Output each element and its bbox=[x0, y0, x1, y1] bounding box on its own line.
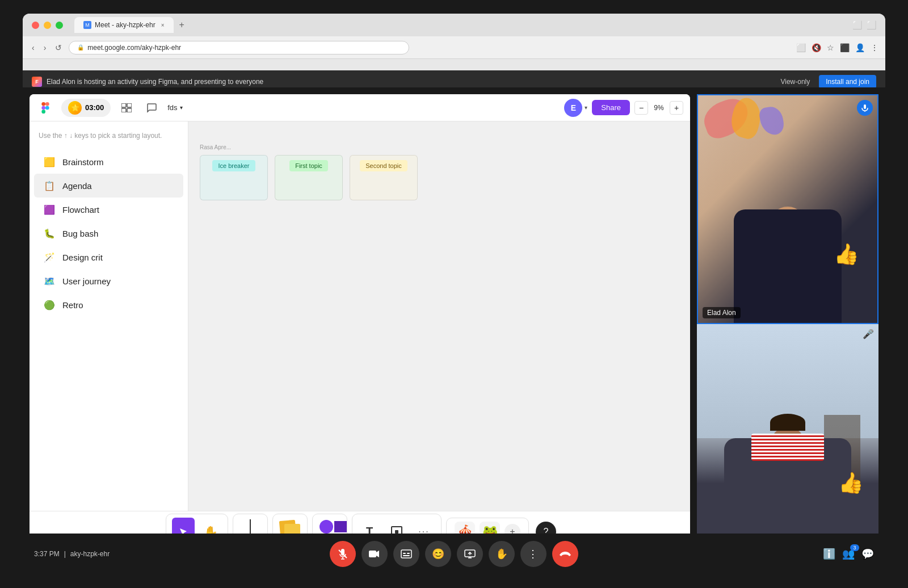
retro-icon: 🟢 bbox=[43, 299, 56, 311]
user-journey-icon: 🗺️ bbox=[43, 275, 56, 287]
svg-rect-12 bbox=[864, 104, 866, 109]
flowchart-icon: 🟪 bbox=[43, 203, 56, 216]
zoom-out-button[interactable]: − bbox=[634, 101, 648, 115]
svg-rect-8 bbox=[127, 108, 132, 112]
meeting-time: 3:37 PM bbox=[34, 550, 60, 558]
zoom-value: 9% bbox=[650, 104, 667, 112]
user-presence: E ▾ bbox=[564, 99, 587, 117]
tab-close-button[interactable]: × bbox=[161, 22, 165, 28]
bug-bash-label: Bug bash bbox=[62, 229, 98, 238]
meet-bottom-bar: 3:37 PM | aky-hzpk-ehr bbox=[23, 534, 885, 574]
brainstorm-label: Brainstorm bbox=[62, 157, 104, 167]
raise-hand-button[interactable]: ✋ bbox=[489, 541, 515, 567]
agenda-label: Agenda bbox=[62, 181, 92, 191]
window-minimize-icon[interactable]: ⬜ bbox=[852, 20, 862, 30]
timer-avatar: ⭐ bbox=[68, 101, 82, 115]
more-options-button[interactable]: ⋮ bbox=[520, 541, 547, 567]
bottom-right-controls: ℹ️ 👥 3 💬 bbox=[823, 548, 874, 560]
design-crit-icon: 🪄 bbox=[43, 251, 56, 263]
camera-toggle-button[interactable] bbox=[361, 541, 388, 567]
brainstorm-icon: 🟨 bbox=[43, 156, 56, 168]
view-only-button[interactable]: View-only bbox=[780, 78, 810, 86]
video-panel-elad: 👍 Elad Alon bbox=[697, 94, 878, 324]
svg-rect-0 bbox=[41, 102, 45, 106]
design-crit-label: Design crit bbox=[62, 253, 103, 262]
panel-item-agenda[interactable]: 📋 Agenda bbox=[34, 174, 183, 198]
install-join-button[interactable]: Install and join bbox=[819, 75, 876, 89]
lock-icon: 🔒 bbox=[77, 44, 84, 51]
svg-rect-18 bbox=[407, 553, 410, 554]
new-tab-button[interactable]: + bbox=[176, 19, 188, 31]
active-tab[interactable]: M Meet - aky-hzpk-ehr × bbox=[74, 17, 174, 33]
mute-icon[interactable]: 🔇 bbox=[812, 43, 821, 52]
figma-topbar: ⭐ 03:00 fds bbox=[30, 94, 690, 121]
notification-text: Elad Alon is hosting an activity using F… bbox=[47, 78, 263, 86]
tab-title: Meet - aky-hzpk-ehr bbox=[95, 21, 155, 29]
first-topic-column: First topic bbox=[275, 155, 343, 200]
profile-icon[interactable]: 👤 bbox=[855, 43, 865, 52]
svg-rect-1 bbox=[45, 102, 49, 106]
bug-bash-icon: 🐛 bbox=[43, 227, 56, 240]
left-panel: Use the ↑ ↓ keys to pick a starting layo… bbox=[30, 121, 188, 511]
svg-rect-17 bbox=[403, 553, 406, 554]
bottom-controls: 😊 ✋ ⋮ bbox=[330, 541, 578, 567]
back-button[interactable]: ‹ bbox=[30, 41, 37, 54]
ice-breaker-label: Ice breaker bbox=[212, 160, 255, 171]
figma-canvas[interactable]: Rasa Apre... Ice breaker First topic Sec… bbox=[188, 121, 690, 511]
panel-item-retro[interactable]: 🟢 Retro bbox=[34, 293, 183, 317]
panel-item-user-journey[interactable]: 🗺️ User journey bbox=[34, 269, 183, 293]
info-button[interactable]: ℹ️ bbox=[823, 548, 835, 560]
present-button[interactable] bbox=[457, 541, 483, 567]
figma-app: ⭐ 03:00 fds bbox=[30, 94, 690, 552]
bookmark-icon[interactable]: ☆ bbox=[827, 43, 834, 52]
presence-dropdown[interactable]: ▾ bbox=[585, 104, 587, 111]
comment-button[interactable] bbox=[142, 99, 161, 117]
time-separator: | bbox=[64, 550, 66, 558]
address-bar[interactable]: 🔒 meet.google.com/aky-hzpk-ehr bbox=[69, 41, 409, 54]
cast-icon[interactable]: ⬜ bbox=[796, 43, 806, 52]
svg-rect-19 bbox=[403, 555, 410, 556]
user-journey-label: User journey bbox=[62, 276, 111, 286]
svg-rect-15 bbox=[369, 551, 376, 557]
timer-display: ⭐ 03:00 bbox=[61, 99, 111, 117]
figma-menu-button[interactable] bbox=[36, 99, 54, 117]
minimize-traffic-light[interactable] bbox=[44, 22, 51, 29]
share-button[interactable]: Share bbox=[592, 100, 630, 115]
close-traffic-light[interactable] bbox=[32, 22, 39, 29]
zoom-in-button[interactable]: + bbox=[670, 101, 683, 115]
emoji-reaction-button[interactable]: 😊 bbox=[425, 541, 451, 567]
layout-view-button[interactable] bbox=[117, 99, 136, 117]
svg-rect-6 bbox=[127, 103, 132, 107]
maximize-traffic-light[interactable] bbox=[56, 22, 63, 29]
elad-speaking-indicator bbox=[857, 100, 873, 116]
zoom-control: − 9% + bbox=[634, 101, 683, 115]
captions-button[interactable] bbox=[393, 541, 419, 567]
canvas-frame-label: Rasa Apre... bbox=[200, 144, 418, 150]
url-text: meet.google.com/aky-hzpk-ehr bbox=[87, 44, 181, 52]
reload-button[interactable]: ↺ bbox=[53, 41, 64, 54]
menu-icon[interactable]: ⋮ bbox=[871, 43, 878, 52]
end-call-button[interactable] bbox=[552, 541, 578, 567]
svg-rect-16 bbox=[401, 550, 411, 558]
participants-button[interactable]: 👥 3 bbox=[842, 548, 855, 560]
elad-name-badge: Elad Alon bbox=[703, 307, 741, 318]
window-expand-icon[interactable]: ⬜ bbox=[867, 20, 876, 30]
extensions-icon[interactable]: ⬛ bbox=[840, 43, 850, 52]
timer-value: 03:00 bbox=[85, 103, 104, 112]
forward-button[interactable]: › bbox=[41, 41, 49, 54]
chat-button[interactable]: 💬 bbox=[861, 548, 874, 560]
second-topic-column: Second topic bbox=[350, 155, 418, 200]
svg-rect-11 bbox=[395, 530, 398, 534]
svg-rect-3 bbox=[45, 106, 49, 110]
panel-item-flowchart[interactable]: 🟪 Flowchart bbox=[34, 198, 183, 221]
video-panel-francois: 👍 Francois 🎤 bbox=[697, 324, 878, 552]
panel-item-design-crit[interactable]: 🪄 Design crit bbox=[34, 245, 183, 269]
file-name[interactable]: fds ▾ bbox=[167, 103, 182, 112]
francois-muted-indicator: 🎤 bbox=[863, 329, 874, 339]
user-avatar[interactable]: E bbox=[564, 99, 582, 117]
flowchart-label: Flowchart bbox=[62, 205, 99, 215]
mute-toggle-button[interactable] bbox=[330, 541, 356, 567]
panel-item-brainstorm[interactable]: 🟨 Brainstorm bbox=[34, 150, 183, 174]
svg-rect-5 bbox=[121, 103, 126, 107]
panel-item-bug-bash[interactable]: 🐛 Bug bash bbox=[34, 221, 183, 245]
